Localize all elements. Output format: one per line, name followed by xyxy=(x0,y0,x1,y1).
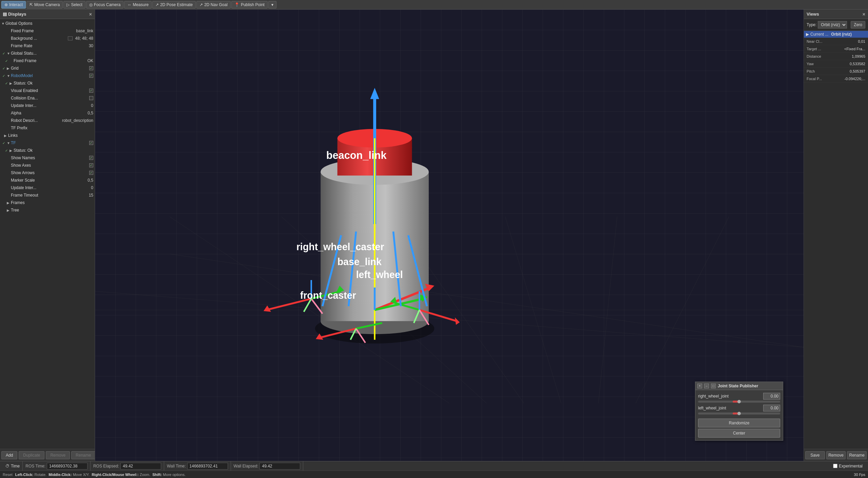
views-save-button[interactable]: Save xyxy=(805,451,825,459)
item-value: 0,5 xyxy=(88,178,93,183)
views-section-current[interactable]: ▶ Current ... Orbit (rviz) xyxy=(804,31,868,38)
tree-item-tf-status[interactable]: ✓ ▶ Status: Ok xyxy=(0,147,95,154)
tree-item-show-arrows[interactable]: Show Arrows ✓ xyxy=(0,169,95,177)
move-camera-button[interactable]: ⇱ Move Camera xyxy=(26,1,63,8)
jsp-right-wheel-value[interactable] xyxy=(763,393,780,400)
remove-button[interactable]: Remove xyxy=(46,451,70,459)
tree-item-visual-enabled[interactable]: Visual Enabled ✓ xyxy=(0,87,95,94)
item-value: 0,5 xyxy=(88,111,93,115)
views-type-dropdown[interactable]: Orbit (rviz) xyxy=(818,21,847,29)
item-label: TF xyxy=(11,141,89,145)
views-close-button[interactable]: × xyxy=(863,12,865,17)
experimental-item: Experimental xyxy=(830,461,865,471)
jsp-right-wheel-slider[interactable] xyxy=(698,401,780,403)
jsp-content: right_wheel_joint left_wheel_joint xyxy=(695,390,783,417)
tree-item-frames[interactable]: ▶ Frames xyxy=(0,199,95,206)
tree-item-links[interactable]: ▶ Links xyxy=(0,132,95,139)
views-rename-button[interactable]: Rename xyxy=(847,451,867,459)
wall-time-item: Wall Time: 1466893702.41 xyxy=(164,461,231,471)
cursor-icon: ⊕ xyxy=(4,2,8,7)
ros-time-label: ROS Time: xyxy=(25,464,45,468)
tree-item-fixed-frame[interactable]: Fixed Frame base_link xyxy=(0,27,95,35)
ros-time-value: 1466893702.38 xyxy=(47,463,88,470)
displays-close-button[interactable]: × xyxy=(89,12,92,17)
tree-item-background[interactable]: Background ... 48; 48; 48 xyxy=(0,35,95,42)
rename-button[interactable]: Rename xyxy=(71,451,95,459)
jsp-close-button[interactable]: × xyxy=(697,384,702,388)
tree-item-show-axes[interactable]: Show Axes ✓ xyxy=(0,162,95,169)
jsp-buttons: Randomize Center xyxy=(695,417,783,440)
views-prop-yaw[interactable]: Yaw 0,533582 xyxy=(804,60,868,68)
interact-button[interactable]: ⊕ Interact xyxy=(1,1,26,8)
check-icon: ✓ xyxy=(4,148,9,153)
tree-item-robot-descr[interactable]: Robot Descri... robot_description xyxy=(0,117,95,124)
jsp-center-button[interactable]: Center xyxy=(698,429,780,438)
viewport[interactable]: beacon_link right_wheel_caster base_link… xyxy=(95,10,804,461)
views-prop-distance[interactable]: Distance 1,09965 xyxy=(804,53,868,60)
check-icon: ✓ xyxy=(1,73,6,78)
select-button[interactable]: ▷ Select xyxy=(63,1,85,8)
measure-button[interactable]: ↔ Measure xyxy=(124,1,152,8)
tree-item-global-options[interactable]: ▼ Global Options xyxy=(0,20,95,27)
item-label: RobotModel xyxy=(11,73,89,78)
views-prop-pitch[interactable]: Pitch 0,505397 xyxy=(804,68,868,75)
item-label: Frame Rate xyxy=(11,43,88,48)
views-title: Views xyxy=(807,12,819,17)
item-label: Links xyxy=(8,133,93,138)
publish-point-button[interactable]: 📍 Publish Point xyxy=(231,1,268,8)
enabled-checkbox[interactable]: ✓ xyxy=(89,89,93,93)
tree-item-global-status[interactable]: ✓ ▼ Global Statu... xyxy=(0,50,95,57)
expand-arrow: ▼ xyxy=(7,141,11,145)
tree-item-fixed-frame-ok[interactable]: ✓ Fixed Frame OK xyxy=(0,57,95,65)
enabled-checkbox[interactable]: ✓ xyxy=(89,74,93,78)
tree-item-frame-timeout[interactable]: Frame Timeout 15 xyxy=(0,191,95,199)
tree-item-alpha[interactable]: Alpha 0,5 xyxy=(0,109,95,117)
check-icon: ✓ xyxy=(1,66,6,71)
jsp-left-wheel-slider[interactable] xyxy=(698,412,780,415)
tree-item-show-names[interactable]: Show Names ✓ xyxy=(0,154,95,162)
views-zero-button[interactable]: Zero xyxy=(851,21,865,29)
enabled-checkbox[interactable]: ✓ xyxy=(89,141,93,145)
views-prop-nearclip[interactable]: Near Cl... 0,01 xyxy=(804,38,868,45)
time-label-item: ⏱ Time xyxy=(3,461,23,471)
tree-item-grid[interactable]: ✓ ▶ Grid ✓ xyxy=(0,65,95,72)
tree-item-collision-ena[interactable]: Collision Ena... xyxy=(0,94,95,102)
tree-item-frame-rate[interactable]: Frame Rate 30 xyxy=(0,42,95,50)
tree-item-status-ok[interactable]: ✓ ▶ Status: Ok xyxy=(0,79,95,87)
views-prop-focal[interactable]: Focal P... -0.094226;... xyxy=(804,75,868,82)
collision-checkbox[interactable] xyxy=(89,96,93,100)
names-checkbox[interactable]: ✓ xyxy=(89,156,93,160)
add-button[interactable]: Add xyxy=(1,451,17,459)
jsp-maximize-button[interactable]: □ xyxy=(711,384,716,388)
enabled-checkbox[interactable]: ✓ xyxy=(89,66,93,70)
views-prop-target[interactable]: Target ... <Fixed Fra... xyxy=(804,45,868,53)
views-remove-button[interactable]: Remove xyxy=(826,451,846,459)
reset-button[interactable]: Reset xyxy=(3,473,13,477)
panel-buttons: Add Duplicate Remove Rename xyxy=(0,449,95,461)
tree-item-marker-scale[interactable]: Marker Scale 0,5 xyxy=(0,177,95,184)
tree-item-update-inter2[interactable]: Update Inter... 0 xyxy=(0,184,95,191)
jsp-left-wheel-value[interactable] xyxy=(763,405,780,411)
wall-elapsed-item: Wall Elapsed: 49.42 xyxy=(231,461,304,471)
experimental-checkbox[interactable] xyxy=(833,464,837,468)
tree-item-tf[interactable]: ✓ ▼ TF ✓ xyxy=(0,139,95,147)
tree-item-update-inter[interactable]: Update Inter... 0 xyxy=(0,102,95,109)
focus-camera-button[interactable]: ◎ Focus Camera xyxy=(86,1,124,8)
item-value: base_link xyxy=(76,29,93,33)
jsp-minimize-button[interactable]: – xyxy=(704,384,709,388)
svg-text:front_caster: front_caster xyxy=(300,290,356,301)
expand-arrow: ▼ xyxy=(1,22,5,25)
duplicate-button[interactable]: Duplicate xyxy=(19,451,44,459)
tree-item-tree[interactable]: ▶ Tree xyxy=(0,206,95,214)
expand-arrow: ▼ xyxy=(7,52,11,55)
color-swatch[interactable] xyxy=(68,36,73,40)
more-button[interactable]: ▾ xyxy=(268,1,276,8)
arrows-checkbox[interactable]: ✓ xyxy=(89,171,93,175)
tree-item-tf-prefix[interactable]: TF Prefix xyxy=(0,124,95,132)
tree-item-robot-model[interactable]: ✓ ▼ RobotModel ✓ xyxy=(0,72,95,79)
main-area: ▤ Displays × ▼ Global Options Fixed Fram… xyxy=(0,10,868,461)
pose-estimate-button[interactable]: ↗ 2D Pose Estimate xyxy=(152,1,196,8)
axes-checkbox[interactable]: ✓ xyxy=(89,163,93,167)
jsp-randomize-button[interactable]: Randomize xyxy=(698,419,780,427)
nav-goal-button[interactable]: ↗ 2D Nav Goal xyxy=(196,1,231,8)
